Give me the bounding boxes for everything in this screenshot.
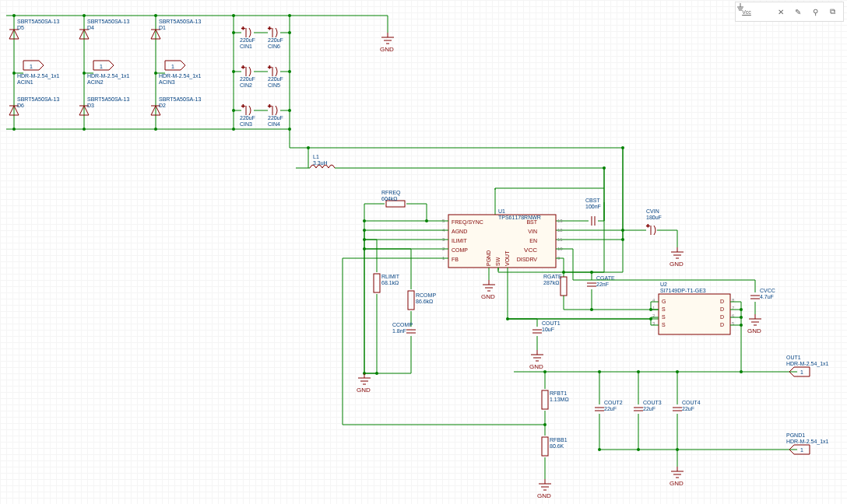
- svg-point-40: [288, 31, 291, 34]
- svg-text:U2: U2: [660, 282, 667, 287]
- svg-point-38: [232, 70, 235, 73]
- svg-text:CIN6: CIN6: [268, 44, 280, 49]
- svg-text:D4: D4: [87, 25, 94, 30]
- svg-text:CIN5: CIN5: [268, 82, 280, 88]
- U1: U1 TPS61178RNWR FREQ/SYNC AGND ILIMIT CO…: [442, 208, 563, 268]
- svg-text:1.8nF: 1.8nF: [392, 328, 406, 334]
- svg-point-113: [590, 271, 593, 274]
- svg-text:AGND: AGND: [452, 229, 467, 234]
- svg-text:1: 1: [30, 64, 33, 69]
- svg-point-34: [232, 14, 235, 17]
- svg-text:SBRT5A50SA-13: SBRT5A50SA-13: [159, 19, 201, 24]
- svg-point-159: [676, 370, 679, 373]
- svg-text:SBRT5A50SA-13: SBRT5A50SA-13: [17, 19, 59, 24]
- svg-text:CIN1: CIN1: [240, 44, 252, 49]
- svg-point-162: [676, 448, 679, 451]
- svg-text:12: 12: [557, 228, 563, 233]
- svg-text:22uF: 22uF: [643, 406, 655, 411]
- svg-text:220uF: 220uF: [268, 115, 283, 121]
- svg-text:S: S: [662, 306, 666, 312]
- svg-text:D: D: [720, 306, 724, 312]
- svg-point-27: [154, 14, 157, 17]
- svg-text:CIN4: CIN4: [268, 121, 280, 127]
- svg-text:HDR-M-2.54_1x1: HDR-M-2.54_1x1: [159, 73, 202, 79]
- svg-point-41: [288, 70, 291, 73]
- svg-text:D2: D2: [159, 103, 166, 108]
- COUT1: COUT110uF: [506, 317, 561, 370]
- svg-point-28: [12, 128, 16, 131]
- svg-text:BST: BST: [526, 219, 537, 225]
- svg-point-31: [12, 72, 16, 75]
- svg-text:PGND: PGND: [486, 250, 491, 266]
- svg-point-42: [288, 109, 291, 112]
- svg-text:L1: L1: [313, 154, 319, 159]
- svg-text:SBRT5A50SA-13: SBRT5A50SA-13: [87, 19, 129, 24]
- svg-text:RFREQ: RFREQ: [381, 190, 401, 196]
- svg-text:ACIN1: ACIN1: [17, 79, 33, 85]
- svg-text:EN: EN: [529, 238, 537, 243]
- gnd-icon[interactable]: [757, 5, 770, 18]
- svg-text:COUT1: COUT1: [542, 320, 561, 326]
- inductor-L1: L13.3uH: [296, 146, 604, 168]
- svg-point-39: [232, 109, 235, 112]
- svg-text:D: D: [720, 299, 724, 304]
- svg-text:D: D: [720, 322, 724, 327]
- svg-text:U1: U1: [498, 208, 505, 214]
- svg-point-30: [154, 128, 157, 131]
- svg-text:CIN2: CIN2: [240, 82, 252, 88]
- svg-text:FB: FB: [452, 257, 459, 262]
- svg-text:D6: D6: [17, 103, 24, 108]
- svg-text:22uF: 22uF: [604, 406, 617, 411]
- svg-text:SBRT5A50SA-13: SBRT5A50SA-13: [159, 96, 201, 102]
- svg-point-157: [598, 370, 601, 373]
- svg-text:86.6kΩ: 86.6kΩ: [416, 299, 433, 304]
- svg-text:D1: D1: [159, 25, 166, 30]
- svg-point-158: [637, 370, 640, 373]
- svg-text:RLIMIT: RLIMIT: [381, 274, 400, 279]
- svg-text:VOUT: VOUT: [504, 250, 510, 266]
- svg-text:DISDRV: DISDRV: [517, 257, 538, 262]
- svg-point-155: [543, 370, 547, 373]
- svg-text:1.13MΩ: 1.13MΩ: [550, 397, 569, 402]
- svg-text:HDR-M-2.54_1x1: HDR-M-2.54_1x1: [17, 73, 60, 79]
- svg-text:CBST: CBST: [585, 198, 600, 203]
- svg-text:ACIN3: ACIN3: [159, 79, 175, 85]
- svg-point-35: [232, 128, 235, 131]
- comp-net: RCOMP86.6kΩ CCOMP1.8nF: [363, 247, 436, 373]
- svg-text:VIN: VIN: [528, 229, 537, 234]
- svg-point-115: [562, 271, 565, 274]
- svg-text:287kΩ: 287kΩ: [543, 280, 559, 285]
- svg-point-55: [288, 128, 291, 131]
- svg-text:D5: D5: [17, 25, 24, 30]
- svg-text:CVIN: CVIN: [646, 208, 659, 214]
- svg-text:FREQ/SYNC: FREQ/SYNC: [452, 219, 483, 226]
- svg-text:RFBB1: RFBB1: [550, 437, 568, 443]
- svg-text:22nF: 22nF: [596, 282, 609, 287]
- svg-point-37: [232, 31, 235, 34]
- svg-point-160: [598, 448, 601, 451]
- svg-point-33: [154, 72, 157, 75]
- svg-text:604kΩ: 604kΩ: [381, 196, 397, 201]
- CGATE: CGATE22nF: [562, 271, 623, 311]
- svg-point-97: [425, 219, 428, 222]
- svg-text:180uF: 180uF: [646, 215, 662, 220]
- svg-text:10uF: 10uF: [542, 327, 554, 332]
- svg-text:SW: SW: [495, 257, 501, 266]
- svg-text:RFBT1: RFBT1: [550, 390, 567, 396]
- input-caps: 220uFCIN1 220uFCIN6 220uFCIN2 220uFCIN5 …: [232, 14, 291, 131]
- svg-text:ACIN2: ACIN2: [87, 79, 104, 85]
- U2: U2SI7149DP-T1-GE3 G S S S 4 1 2 3 D D D …: [652, 282, 735, 334]
- svg-point-29: [83, 128, 86, 131]
- svg-text:100nF: 100nF: [585, 204, 601, 209]
- svg-text:ILIMIT: ILIMIT: [452, 238, 468, 243]
- fb-divider: RFBT11.13MΩ RFBB180.6K: [343, 370, 569, 499]
- CVIN: CVIN180uF: [621, 208, 684, 268]
- toolbar: Vcc ✕ ✎ ⚲ ⧉: [735, 2, 844, 22]
- svg-point-25: [12, 14, 16, 17]
- svg-text:SI7149DP-T1-GE3: SI7149DP-T1-GE3: [660, 288, 706, 293]
- svg-text:COUT2: COUT2: [604, 400, 623, 405]
- svg-text:G: G: [662, 299, 666, 304]
- svg-text:SBRT5A50SA-13: SBRT5A50SA-13: [87, 96, 129, 102]
- CBST: CBST100nF: [556, 168, 604, 226]
- svg-text:S: S: [662, 314, 666, 320]
